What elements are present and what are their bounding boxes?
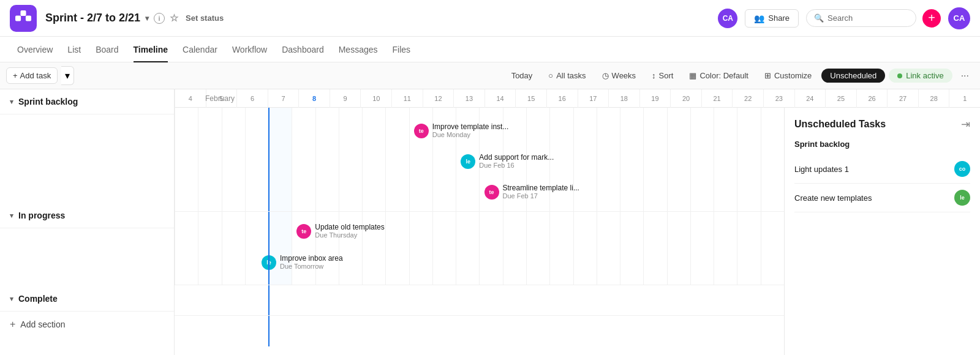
task-info-3: Streamline template li... Due Feb 17 <box>503 184 579 200</box>
date-cell-11: 11 <box>391 89 423 108</box>
share-button[interactable]: 👥 Share <box>745 9 799 28</box>
star-icon[interactable]: ☆ <box>170 12 178 24</box>
weeks-button[interactable]: ◷ Weeks <box>596 69 643 83</box>
task-avatar-te: te <box>414 124 429 138</box>
add-section-label: Add section <box>20 320 65 329</box>
unscheduled-button[interactable]: Unscheduled <box>821 69 885 83</box>
tab-dashboard[interactable]: Dashboard <box>274 37 331 62</box>
project-title[interactable]: Sprint - 2/7 to 2/21 <box>45 12 140 24</box>
sort-button[interactable]: ↕ Sort <box>646 69 679 83</box>
task-improve-inbox[interactable]: le Improve inbox area Due Tomorrow <box>257 252 348 272</box>
sidebar-section-sprint-backlog: ▾ Sprint backlog <box>0 89 174 114</box>
avatar[interactable]: CA <box>718 9 737 28</box>
grid-cell-12 <box>362 108 385 211</box>
more-options-button[interactable]: ··· <box>956 68 974 84</box>
search-box[interactable]: 🔍 Search <box>806 9 916 27</box>
grid-cell-11 <box>339 108 362 211</box>
customize-icon: ⊞ <box>764 71 771 80</box>
tab-overview[interactable]: Overview <box>10 37 60 62</box>
unscheduled-task-name-2: Create new templates <box>794 193 872 203</box>
add-button[interactable]: + <box>922 9 941 28</box>
user-avatar-right[interactable]: CA <box>948 7 970 29</box>
app-logo[interactable] <box>10 5 37 32</box>
toolbar: + Add task ▾ Today ○ All tasks ◷ Weeks ↕… <box>0 62 980 89</box>
chevron-down-icon: ▾ <box>10 98 13 106</box>
tab-board[interactable]: Board <box>88 37 126 62</box>
grid-cell-6 <box>222 212 245 285</box>
date-cell-28: 28 <box>918 89 949 108</box>
grid-cell-26 <box>690 108 714 211</box>
svg-rect-2 <box>26 15 31 21</box>
sidebar-section-header-complete[interactable]: ▾ Complete <box>0 286 174 311</box>
set-status-button[interactable]: Set status <box>186 13 224 23</box>
date-cell-12: 12 <box>423 89 454 108</box>
task-update-old[interactable]: te Update old templates Due Thursday <box>292 220 389 241</box>
tab-files[interactable]: Files <box>385 37 418 62</box>
add-section-button[interactable]: + Add section <box>0 312 174 337</box>
unscheduled-avatar-2: le <box>954 190 970 206</box>
task-due: Due Monday <box>432 131 509 138</box>
add-task-plus-icon: + <box>13 71 18 80</box>
timeline-rows: te Improve template inst... Due Monday l… <box>175 108 784 355</box>
task-streamline[interactable]: te Streamline template li... Due Feb 17 <box>480 181 584 202</box>
color-icon: ▦ <box>689 71 696 80</box>
project-dropdown-icon[interactable]: ▾ <box>145 14 149 23</box>
complete-row <box>175 285 784 316</box>
grid-cell-15 <box>432 212 456 285</box>
add-task-dropdown[interactable]: ▾ <box>61 66 74 85</box>
date-cell-15: 15 <box>515 89 546 108</box>
today-button[interactable]: Today <box>505 69 539 83</box>
unscheduled-close-icon[interactable]: ⇥ <box>961 118 970 131</box>
unscheduled-panel: Unscheduled Tasks ⇥ Sprint backlog Light… <box>784 108 980 355</box>
in-progress-row: te Update old templates Due Thursday le … <box>175 212 784 285</box>
grid-cell-26 <box>690 212 714 285</box>
main-content: ▾ Sprint backlog ▾ In progress ▾ Complet… <box>0 89 980 355</box>
share-label: Share <box>768 13 790 23</box>
date-cell-9: 9 <box>330 89 361 108</box>
grid-cell-8 <box>268 108 292 211</box>
nav-tabs: Overview List Board Timeline Calendar Wo… <box>0 37 980 62</box>
today-line-2 <box>268 212 270 285</box>
chevron-down-icon-3: ▾ <box>10 295 13 303</box>
sidebar-section-header-in-progress[interactable]: ▾ In progress <box>0 203 174 228</box>
date-cell-18: 18 <box>608 89 639 108</box>
color-button[interactable]: ▦ Color: Default <box>683 69 754 83</box>
grid-cell-17 <box>479 212 502 285</box>
date-cell-7: 7 <box>268 89 299 108</box>
tab-messages[interactable]: Messages <box>331 37 385 62</box>
unscheduled-title: Unscheduled Tasks <box>794 119 886 130</box>
task-improve-template-inst[interactable]: te Improve template inst... Due Monday <box>409 120 514 141</box>
grid-cell-28 <box>737 108 760 211</box>
task-avatar-te-4: te <box>296 224 311 239</box>
tab-calendar[interactable]: Calendar <box>175 37 225 62</box>
circle-check-icon: ○ <box>548 71 553 80</box>
grid-cell-13 <box>385 108 409 211</box>
grid-cell-18 <box>503 212 526 285</box>
date-cell-13: 13 <box>453 89 484 108</box>
customize-button[interactable]: ⊞ Customize <box>758 69 818 83</box>
search-icon: 🔍 <box>814 13 824 23</box>
tab-list[interactable]: List <box>60 37 88 62</box>
date-cell-16: 16 <box>546 89 578 108</box>
task-add-support[interactable]: le Add support for mark... Due Feb 16 <box>456 151 559 171</box>
project-title-group: Sprint - 2/7 to 2/21 ▾ i ☆ Set status <box>45 12 224 24</box>
grid-cell-27 <box>714 108 737 211</box>
grid-cell-8 <box>268 212 292 285</box>
tab-workflow[interactable]: Workflow <box>225 37 274 62</box>
link-active-button[interactable]: Link active <box>889 69 952 83</box>
task-due-2: Due Feb 16 <box>479 162 554 169</box>
grid-cell-4 <box>175 212 198 285</box>
unscheduled-section-title: Sprint backlog <box>794 140 970 149</box>
info-icon[interactable]: i <box>154 13 165 24</box>
task-avatar-te-3: te <box>484 185 499 200</box>
grid-cell-22 <box>597 108 620 211</box>
unscheduled-task-create-templates[interactable]: Create new templates le <box>794 184 970 212</box>
all-tasks-button[interactable]: ○ All tasks <box>542 69 592 83</box>
sidebar-section-header-sprint-backlog[interactable]: ▾ Sprint backlog <box>0 89 174 114</box>
add-task-button[interactable]: + Add task <box>6 67 58 84</box>
tab-timeline[interactable]: Timeline <box>126 37 176 62</box>
sidebar-label-in-progress: In progress <box>18 211 65 220</box>
unscheduled-task-light-updates[interactable]: Light updates 1 co <box>794 155 970 184</box>
date-header: February 4567891011121314151617181920212… <box>175 89 980 108</box>
grid-cell-1 <box>761 108 784 211</box>
